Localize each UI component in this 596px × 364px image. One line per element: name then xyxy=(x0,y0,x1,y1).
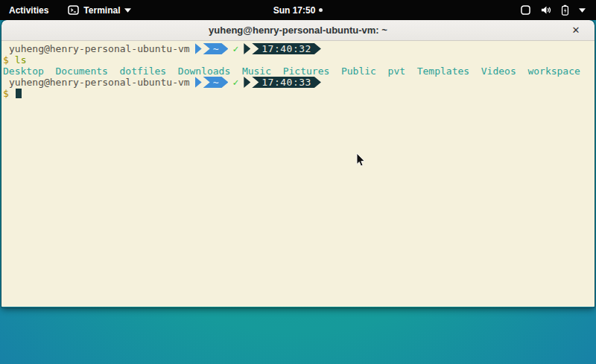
prompt-symbol: $ xyxy=(3,54,9,66)
text-cursor xyxy=(16,89,22,98)
prompt-time-segment: 17:40:32 xyxy=(252,43,321,54)
top-bar-left: Activities Terminal xyxy=(0,0,139,20)
window-titlebar[interactable]: yuheng@henry-personal-ubuntu-vm: ~ ✕ xyxy=(1,20,595,41)
window-title: yuheng@henry-personal-ubuntu-vm: ~ xyxy=(209,25,387,36)
notification-dot xyxy=(319,8,323,12)
close-icon[interactable]: ✕ xyxy=(566,20,586,40)
app-menu-label: Terminal xyxy=(83,5,120,16)
directory-list: Desktop Documents dotfiles Downloads Mus… xyxy=(3,66,580,77)
prompt-line: yuheng@henry-personal-ubuntu-vm ~ ✓ 17:4… xyxy=(3,43,593,54)
clock-button[interactable]: Sun 17:50 xyxy=(273,5,323,16)
prompt-user-host: yuheng@henry-personal-ubuntu-vm xyxy=(3,43,190,54)
prompt-time-segment: 17:40:33 xyxy=(252,77,321,88)
powerline-arrow-icon xyxy=(244,43,250,54)
screencast-icon xyxy=(521,5,530,15)
status-check-icon: ✓ xyxy=(232,77,238,88)
volume-icon xyxy=(540,5,551,15)
prompt-symbol: $ xyxy=(3,88,9,99)
activities-button[interactable]: Activities xyxy=(0,0,57,20)
terminal-icon xyxy=(68,5,79,15)
system-menu[interactable] xyxy=(510,0,596,20)
activities-label: Activities xyxy=(9,5,48,16)
powerline-arrow-icon xyxy=(244,77,250,88)
app-menu-terminal[interactable]: Terminal xyxy=(60,0,139,20)
chevron-down-icon xyxy=(579,8,586,13)
terminal-content[interactable]: yuheng@henry-personal-ubuntu-vm ~ ✓ 17:4… xyxy=(1,41,595,307)
prompt-cwd-segment: ~ xyxy=(203,77,229,88)
ls-output-line: Desktop Documents dotfiles Downloads Mus… xyxy=(3,66,593,77)
typed-command: ls xyxy=(15,54,27,66)
prompt-cwd-segment: ~ xyxy=(203,43,229,54)
chevron-down-icon xyxy=(124,8,131,13)
battery-charging-icon xyxy=(561,4,569,16)
prompt-line: yuheng@henry-personal-ubuntu-vm ~ ✓ 17:4… xyxy=(3,77,593,88)
terminal-window: yuheng@henry-personal-ubuntu-vm: ~ ✕ yuh… xyxy=(1,20,595,307)
powerline-arrow-icon xyxy=(195,77,202,88)
top-bar: Activities Terminal Sun 17:50 xyxy=(0,0,596,20)
current-prompt-line: $ xyxy=(3,88,593,99)
command-line: $ ls xyxy=(3,54,593,66)
powerline-arrow-icon xyxy=(195,43,202,54)
prompt-user-host: yuheng@henry-personal-ubuntu-vm xyxy=(3,77,190,88)
clock-label: Sun 17:50 xyxy=(273,5,316,16)
status-check-icon: ✓ xyxy=(232,43,238,54)
